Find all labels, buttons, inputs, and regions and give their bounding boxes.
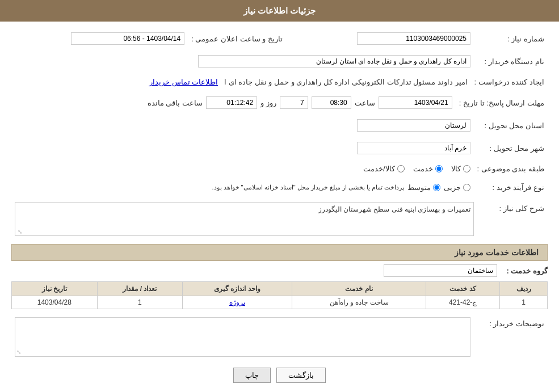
col-row-num: ردیف xyxy=(500,282,548,296)
buyer-org-input[interactable] xyxy=(198,55,470,68)
time-label: ساعت xyxy=(355,99,375,107)
city-label: شهر محل تحویل : xyxy=(474,140,548,157)
announce-datetime-label: تاریخ و ساعت اعلان عمومی : xyxy=(188,30,286,47)
purchase-note: پرداخت تمام یا بخشی از مبلغ خریداز محل "… xyxy=(212,184,404,191)
purchase-jozii[interactable]: جزیی xyxy=(444,183,470,192)
page-header: جزئیات اطلاعات نیاز xyxy=(0,0,559,22)
description-wrapper: تعمیرات و بهسازی ابنیه فنی سطح شهرستان ا… xyxy=(15,202,474,236)
category-kala-khadamat[interactable]: کالا/خدمت xyxy=(363,165,405,173)
description-text: تعمیرات و بهسازی ابنیه فنی سطح شهرستان ا… xyxy=(18,205,470,213)
deadline-date-input[interactable] xyxy=(379,96,452,109)
col-date: تاریخ نیاز xyxy=(12,282,98,296)
category-khadamat[interactable]: خدمت xyxy=(413,165,443,173)
service-group-input[interactable] xyxy=(384,264,497,277)
deadline-remaining-input[interactable] xyxy=(206,96,257,109)
province-input[interactable] xyxy=(357,119,470,132)
cell-service-code: ج-42-421 xyxy=(426,296,500,309)
col-unit: واحد اندازه گیری xyxy=(183,282,292,296)
buyer-desc-resize[interactable]: ⤡ xyxy=(16,349,21,355)
cell-service-name: ساخت جاده و راه‌آهن xyxy=(292,296,426,309)
table-row: 1 ج-42-421 ساخت جاده و راه‌آهن پروژه 1 1… xyxy=(12,296,548,309)
cell-date: 1403/04/28 xyxy=(12,296,98,309)
creator-value: امیر داوند مسئول تدارکات الکترونیکی ادار… xyxy=(224,78,468,86)
purchase-motavasset[interactable]: متوسط xyxy=(407,183,440,192)
buyer-org-label: نام دستگاه خریدار : xyxy=(474,53,548,70)
cell-quantity: 1 xyxy=(97,296,182,309)
buyer-desc-label: توضیحات خریدار : xyxy=(474,315,548,359)
print-button[interactable]: چاپ xyxy=(233,368,271,383)
services-table: ردیف کد خدمت نام خدمت واحد اندازه گیری ت… xyxy=(11,281,548,309)
back-button[interactable]: بازگشت xyxy=(276,368,326,383)
need-number-input[interactable] xyxy=(357,32,470,45)
announce-datetime-input[interactable] xyxy=(71,32,184,45)
category-kala[interactable]: کالا xyxy=(451,165,470,173)
days-label: روز و xyxy=(260,99,276,107)
page-title: جزئیات اطلاعات نیاز xyxy=(243,6,316,15)
purchase-type-label: نوع فرآیند خرید : xyxy=(474,181,548,194)
service-group-label: گروه خدمت : xyxy=(506,267,548,275)
cell-unit[interactable]: پروژه xyxy=(183,296,292,309)
cell-row-num: 1 xyxy=(500,296,548,309)
buyer-description-area: ⤡ xyxy=(15,317,470,357)
category-label: طبقه بندی موضوعی : xyxy=(474,162,548,175)
province-label: استان محل تحویل : xyxy=(474,117,548,134)
col-service-code: کد خدمت xyxy=(426,282,500,296)
creator-label: ایجاد کننده درخواست : xyxy=(471,75,548,88)
description-label: شرح کلی نیاز : xyxy=(474,200,548,238)
deadline-time-input[interactable] xyxy=(312,96,351,109)
services-section-header: اطلاعات خدمات مورد نیاز xyxy=(11,244,548,261)
buttons-row: بازگشت چاپ xyxy=(11,368,548,383)
city-input[interactable] xyxy=(357,142,470,154)
need-number-label: شماره نیاز : xyxy=(474,30,548,47)
resize-handle[interactable]: ⤡ xyxy=(16,229,22,234)
deadline-days-input[interactable] xyxy=(280,96,308,109)
contact-link[interactable]: اطلاعات تماس خریدار xyxy=(149,78,218,86)
deadline-label: مهلت ارسال پاسخ: تا تاریخ : xyxy=(456,94,548,111)
remaining-label: ساعت باقی مانده xyxy=(148,99,203,107)
col-service-name: نام خدمت xyxy=(292,282,426,296)
col-quantity: تعداد / مقدار xyxy=(97,282,182,296)
